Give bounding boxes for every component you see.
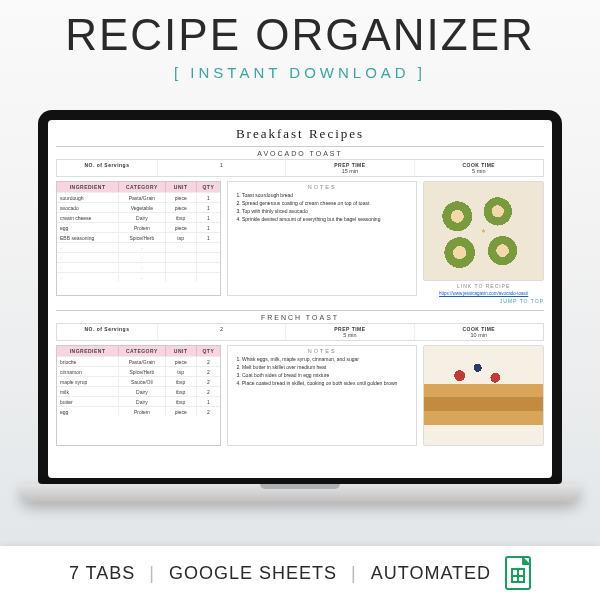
page-title: Breakfast Recipes (48, 120, 552, 146)
note-step: Sprinkle desired amount of everything bu… (242, 216, 412, 223)
servings-value: 2 (162, 326, 281, 332)
divider: | (149, 563, 155, 584)
notes-box: NOTES Whisk eggs, milk, maple syrup, cin… (227, 345, 417, 445)
footer-bar: 7 TABS | GOOGLE SHEETS | AUTOMATED (0, 546, 600, 600)
recipe-name: FRENCH TOAST (56, 310, 544, 323)
notes-title: NOTES (232, 184, 412, 190)
recipe-name: AVOCADO TOAST (56, 146, 544, 159)
recipe-card: AVOCADO TOAST NO. of Servings 1 PREP TIM… (48, 146, 552, 310)
link-label: LINK TO RECIPE (423, 283, 544, 289)
servings-label: NO. of Servings (61, 162, 153, 168)
footer-platform: GOOGLE SHEETS (169, 563, 337, 584)
table-row: cinnamonSpice/Herbtsp2 (57, 366, 220, 376)
table-row: -- (57, 252, 220, 262)
recipe-meta-row: NO. of Servings 1 PREP TIME15 min COOK T… (56, 159, 544, 177)
cook-value: 5 min (419, 168, 539, 174)
laptop-base (20, 484, 580, 502)
cook-value: 10 min (419, 332, 539, 338)
col-unit: UNIT (166, 182, 197, 192)
spreadsheet-screen: Breakfast Recipes AVOCADO TOAST NO. of S… (48, 120, 552, 478)
jump-to-top-link[interactable]: JUMP TO TOP (56, 298, 544, 304)
table-row: cream cheeseDairytbsp1 (57, 212, 220, 222)
divider: | (351, 563, 357, 584)
table-row: -- (57, 242, 220, 252)
col-category: CATEGORY (119, 346, 166, 356)
table-row: -- (57, 272, 220, 282)
laptop-mockup: Breakfast Recipes AVOCADO TOAST NO. of S… (20, 110, 580, 510)
prep-value: 15 min (290, 168, 409, 174)
note-step: Spread generous coating of cream cheese … (242, 200, 412, 207)
table-row: EBB seasoningSpice/Herbtsp1 (57, 232, 220, 242)
col-category: CATEGORY (119, 182, 166, 192)
col-unit: UNIT (166, 346, 197, 356)
table-row: avocadoVegetablepiece1 (57, 202, 220, 212)
recipe-card: FRENCH TOAST NO. of Servings 2 PREP TIME… (48, 310, 552, 451)
servings-value: 1 (162, 162, 281, 168)
laptop-bezel: Breakfast Recipes AVOCADO TOAST NO. of S… (38, 110, 562, 484)
recipe-meta-row: NO. of Servings 2 PREP TIME5 min COOK TI… (56, 323, 544, 341)
notes-title: NOTES (232, 348, 412, 354)
note-step: Whisk eggs, milk, maple syrup, cinnamon,… (242, 356, 412, 363)
col-qty: QTY (197, 182, 220, 192)
recipe-photo (423, 181, 544, 281)
hero-subtitle: [ INSTANT DOWNLOAD ] (0, 64, 600, 81)
footer-feature: AUTOMATED (371, 563, 491, 584)
servings-label: NO. of Servings (61, 326, 153, 332)
table-row: eggProteinpiece1 (57, 222, 220, 232)
table-row: milkDairytbsp2 (57, 386, 220, 396)
prep-value: 5 min (290, 332, 409, 338)
ingredients-table: INGREDIENT CATEGORY UNIT QTY sourdoughPa… (56, 181, 221, 296)
note-step: Place coated bread in skillet, cooking o… (242, 380, 412, 387)
notes-box: NOTES Toast sourdough bread Spread gener… (227, 181, 417, 296)
footer-tabs: 7 TABS (69, 563, 135, 584)
ingredients-table: INGREDIENT CATEGORY UNIT QTY briochePast… (56, 345, 221, 445)
note-step: Coat both sides of bread in egg mixture (242, 372, 412, 379)
note-step: Top with thinly sliced avocado (242, 208, 412, 215)
col-ingredient: INGREDIENT (57, 182, 119, 192)
table-row: maple syrupSauce/Oiltbsp2 (57, 376, 220, 386)
hero-banner: RECIPE ORGANIZER [ INSTANT DOWNLOAD ] (0, 10, 600, 81)
table-row: -- (57, 262, 220, 272)
table-row: eggProteinpiece2 (57, 406, 220, 416)
recipe-link[interactable]: https://www.jessicagavin.com/avocado-toa… (423, 291, 544, 296)
recipe-photo (423, 345, 544, 445)
col-ingredient: INGREDIENT (57, 346, 119, 356)
col-qty: QTY (197, 346, 220, 356)
google-sheets-icon (505, 556, 531, 590)
table-row: butterDairytbsp1 (57, 396, 220, 406)
note-step: Melt butter in skillet over medium heat (242, 364, 412, 371)
table-row: briochePasta/Grainpiece2 (57, 356, 220, 366)
note-step: Toast sourdough bread (242, 192, 412, 199)
table-row: sourdoughPasta/Grainpiece1 (57, 192, 220, 202)
hero-title: RECIPE ORGANIZER (0, 10, 600, 60)
